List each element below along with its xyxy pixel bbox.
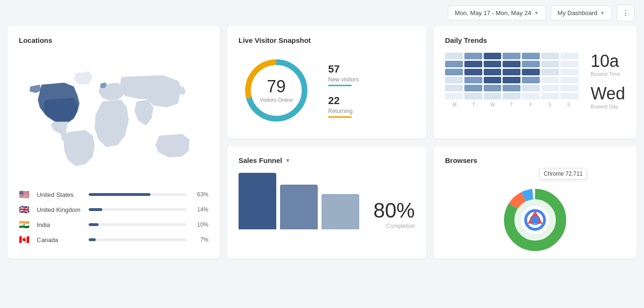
heatmap-cell (445, 61, 463, 67)
heatmap-cell (464, 93, 482, 99)
chrome-tooltip-value: 72,711 (565, 170, 583, 177)
heatmap-cell (503, 53, 520, 59)
date-chevron-icon: ▼ (534, 10, 539, 16)
more-options-button[interactable]: ⋮ (617, 5, 635, 21)
heatmap-cell (522, 53, 540, 59)
flag-uk: 🇬🇧 (19, 204, 32, 215)
bar-fill-uk (89, 208, 102, 211)
heatmap-cell (522, 93, 540, 99)
heatmap-cell (484, 85, 502, 91)
heatmap-cell (503, 77, 520, 83)
list-item: 🇮🇳 India 10% (19, 219, 208, 230)
busiest-time-label: Busiest Time (591, 71, 625, 77)
heatmap-cell (484, 69, 502, 75)
heatmap-cell (522, 69, 540, 75)
flag-in: 🇮🇳 (19, 219, 32, 230)
returning-bar (328, 116, 352, 118)
heatmap-cell (503, 85, 520, 91)
country-in: India (37, 221, 84, 228)
completion-pct: 80% (373, 200, 415, 221)
busiest-day-label: Busiest Day (591, 104, 625, 109)
day-s2: S (559, 102, 578, 107)
sales-funnel-chevron-icon[interactable]: ▼ (285, 157, 291, 164)
returning-stat: 22 Returning (328, 95, 359, 118)
flag-ca: 🇨🇦 (19, 235, 32, 245)
heatmap-cell (503, 61, 520, 67)
heatmap-cell (541, 53, 559, 59)
locations-title: Locations (19, 36, 208, 44)
world-map (19, 53, 208, 185)
daily-trends-card: Daily Trends M T W T F S S 10a Busiest (434, 26, 636, 138)
heatmap-cell (484, 93, 502, 99)
heatmap-cell (445, 69, 463, 75)
returning-label: Returning (328, 108, 359, 114)
heatmap-cell (541, 77, 559, 83)
heatmap-cell (522, 77, 540, 83)
pct-us: 63% (191, 191, 208, 198)
bar-fill-in (89, 223, 99, 226)
browsers-title: Browsers (445, 156, 625, 164)
topbar: Mon, May 17 - Mon, May 24 ▼ My Dashboard… (0, 0, 644, 26)
sales-funnel-title: Sales Funnel (239, 156, 282, 164)
country-ca: Canada (37, 236, 84, 243)
heatmap-cell (561, 69, 578, 75)
heatmap-cell (445, 85, 463, 91)
dashboard-selector-button[interactable]: My Dashboard ▼ (551, 6, 612, 20)
heatmap-grid (445, 53, 578, 99)
dashboard-chevron-icon: ▼ (600, 10, 605, 16)
visitor-count-center: 79 Visitors Online (260, 78, 293, 103)
busiest-day-value: Wed (591, 85, 625, 102)
list-item: 🇬🇧 United Kingdom 14% (19, 204, 208, 215)
trends-info: 10a Busiest Time Wed Busiest Day (586, 53, 625, 109)
busiest-time-value: 10a (591, 53, 625, 70)
dashboard-label: My Dashboard (558, 9, 598, 16)
pct-uk: 14% (191, 206, 208, 213)
new-visitors-label: New visitors (328, 76, 359, 83)
sales-bar-3 (322, 194, 359, 229)
new-visitors-count: 57 (328, 63, 359, 75)
day-m: M (445, 102, 464, 107)
heatmap-cell (541, 93, 559, 99)
sales-content: 80% Completion (239, 173, 415, 229)
heatmap-cell (445, 77, 463, 83)
heatmap-cell (503, 93, 520, 99)
new-visitors-bar (328, 85, 352, 86)
heatmap-cell (464, 85, 482, 91)
heatmap-cell (464, 69, 482, 75)
date-range-label: Mon, May 17 - Mon, May 24 (455, 9, 531, 16)
browsers-card: Browsers Chrome 72,711 (434, 146, 636, 259)
heatmap-cell (561, 61, 578, 67)
browser-chart: Chrome 72,711 (445, 173, 625, 248)
heatmap-cell (561, 53, 578, 59)
dashboard-grid: Live Visitor Snapshot 79 Visitors Online (0, 26, 644, 266)
heatmap-cell (464, 61, 482, 67)
heatmap-cell (484, 77, 502, 83)
list-item: 🇨🇦 Canada 7% (19, 235, 208, 245)
heatmap-cell (561, 77, 578, 83)
bar-fill-ca (89, 238, 96, 241)
pct-in: 10% (191, 221, 208, 228)
sales-bar-2 (280, 185, 318, 229)
daily-trends-title: Daily Trends (445, 36, 625, 44)
bar-fill-us (89, 193, 150, 196)
visitors-online-label: Visitors Online (260, 97, 293, 103)
country-us: United States (37, 191, 84, 198)
live-visitor-card: Live Visitor Snapshot 79 Visitors Online (227, 26, 426, 138)
day-labels: M T W T F S S (445, 102, 578, 107)
heatmap-cell (541, 69, 559, 75)
bar-track-uk (89, 208, 187, 211)
completion-area: 80% Completion (373, 200, 415, 229)
new-visitors-stat: 57 New visitors (328, 63, 359, 86)
day-w: W (483, 102, 502, 107)
heatmap-cell (484, 53, 502, 59)
heatmap-cell (464, 53, 482, 59)
returning-count: 22 (328, 95, 359, 107)
day-t: T (464, 102, 483, 107)
chrome-tooltip-label: Chrome (544, 170, 564, 177)
chrome-tooltip: Chrome 72,711 (539, 168, 587, 179)
svg-point-11 (531, 216, 539, 224)
heatmap-cell (522, 61, 540, 67)
locations-card: Locations (8, 26, 220, 259)
day-f: F (521, 102, 540, 107)
date-range-button[interactable]: Mon, May 17 - Mon, May 24 ▼ (448, 6, 546, 20)
